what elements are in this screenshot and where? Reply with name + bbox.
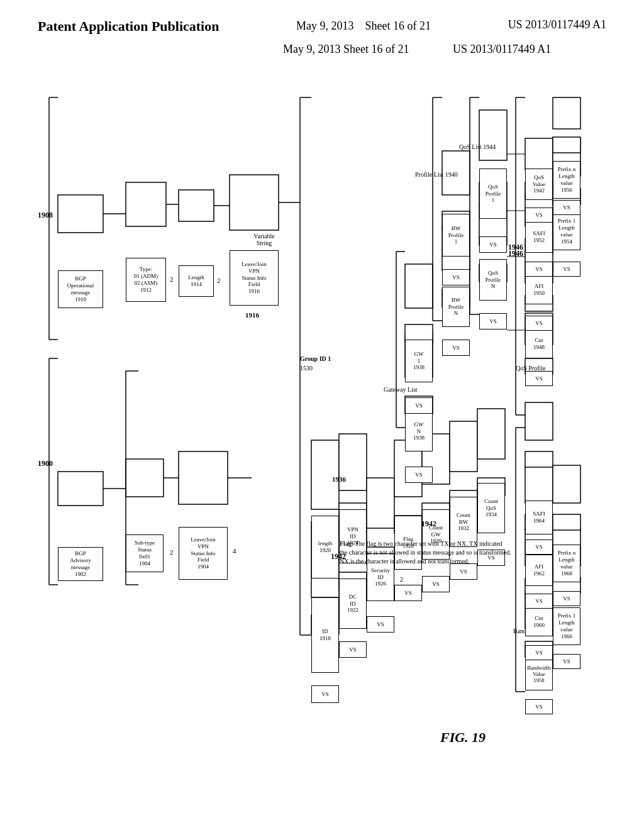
svg-rect-5 (126, 459, 164, 497)
box-1934: CountQoS1934 (477, 483, 505, 533)
label-gateway-list: Gateway List (384, 386, 418, 393)
vs-gw-n: VS (405, 467, 433, 483)
vs-1926: VS (367, 616, 394, 633)
label-1900: 1900 (38, 459, 53, 468)
vs-qos-n: VS (479, 313, 507, 329)
box-1922: DCID1922 (339, 578, 367, 629)
svg-rect-15 (58, 195, 103, 233)
sheet-display: Sheet 16 of 21 (343, 43, 409, 56)
val-flag-2: 2 (400, 576, 403, 583)
svg-rect-21 (230, 175, 279, 230)
box-1918: ID1918 (311, 597, 339, 673)
box-1916: Leave/JoinVPNStatus InfoField1916 (230, 250, 279, 306)
svg-rect-47 (405, 264, 433, 308)
box-cnt-1948: Cnt1948 (525, 329, 553, 358)
patent-number: US 2013/0117449 A1 (508, 18, 606, 32)
vs-bw-1: VS (442, 269, 470, 285)
svg-rect-85 (525, 465, 553, 503)
svg-rect-91 (553, 465, 580, 503)
label-1530: 1530 (300, 365, 313, 372)
box-1910: BGPOperationalmessage1910 (58, 270, 103, 308)
val-1904-2: 2 (170, 548, 174, 556)
label-1942-main: 1942 (331, 552, 346, 562)
svg-rect-32 (367, 478, 394, 528)
svg-rect-7 (179, 451, 228, 504)
box-1904-subtype: Sub-typeStatus0x011904 (126, 534, 164, 572)
box-qos-1-1944: QoSProfile1 (479, 169, 507, 219)
box-lj-1904: Leave/JoinVPNStatus InfoField1904 (179, 527, 228, 580)
box-safi-1952: SAFI1952 (525, 221, 553, 253)
vs-bw-n: VS (442, 340, 470, 356)
svg-rect-68 (525, 138, 553, 170)
val-1912-2: 2 (170, 275, 174, 283)
svg-rect-38 (450, 421, 477, 472)
box-prefix1-1954: Prefix 1Lengthvalue1954 (553, 213, 580, 250)
box-prefix1-1966: Prefix 1Lengthvalue1966 (553, 607, 580, 645)
vs-prefixn-1956: VS (553, 200, 580, 215)
svg-rect-92 (553, 514, 580, 530)
svg-rect-77 (553, 137, 580, 153)
label-1946-main: 1946 (508, 249, 523, 258)
box-bw-1-1940: BWProfile1 (442, 214, 470, 257)
label-1942: 1942 (421, 519, 436, 529)
svg-rect-3 (58, 472, 103, 506)
box-prefixn-1956: Prefix nLengthvalue1956 (553, 161, 580, 199)
box-cnt-1960: Cnt1960 (525, 607, 553, 636)
page-header: Patent Application Publication May 9, 20… (0, 0, 644, 36)
vs-qos-1: VS (479, 236, 507, 253)
pub-date-display: May 9, 2013 (283, 43, 341, 56)
label-profile-list-1940: Profile List 1940 (415, 171, 458, 178)
box-bw-n-1940: BWProfileN (442, 287, 470, 327)
svg-rect-88 (525, 451, 553, 467)
box-safi-1964: SAFI1964 (525, 501, 553, 534)
label-group-id1: Group ID 1 (300, 355, 331, 362)
flag-note: Flag: The flag is two character set with… (340, 540, 516, 566)
publication-title: Patent Application Publication (38, 18, 219, 36)
vs-prefix1-1954: VS (553, 262, 580, 277)
box-1914: Length1914 (179, 265, 214, 297)
box-prefixn-1968: Prefix nLengthvalue1968 (553, 545, 580, 582)
box-qos-n-1944: QoSProfileN (479, 259, 507, 301)
val-4: 4 (233, 547, 236, 555)
vs-cnt-1948: VS (525, 371, 553, 386)
var-string-label: VariableString (245, 233, 283, 246)
svg-rect-17 (126, 182, 166, 226)
box-gw-1-1938: GW11938 (405, 340, 433, 382)
vs-safi-1952: VS (525, 262, 553, 277)
svg-rect-27 (311, 440, 339, 509)
box-gw-n-1938: GWN1938 (405, 411, 433, 451)
vs-prefixn-1968: VS (553, 591, 580, 606)
vs-qos-val: VS (525, 208, 553, 223)
patent-num-display: US 2013/0117449 A1 (453, 43, 551, 56)
vs-prefix1-1966: VS (553, 654, 580, 669)
vs-afi-1962: VS (525, 594, 553, 609)
svg-rect-87 (525, 402, 553, 440)
svg-rect-76 (553, 97, 580, 129)
vs-1922: VS (339, 641, 367, 658)
sheet-info: Sheet 16 of 21 (365, 19, 431, 32)
vs-1928: VS (394, 585, 422, 601)
box-qos-val-1942: QoSValue1942 (525, 169, 553, 200)
box-1912: Type:01 (ADM)02 (ASM)1912 (126, 258, 166, 302)
box-afi-1950: AFI1950 (525, 275, 553, 304)
pub-date: May 9, 2013 (296, 19, 354, 32)
box-1920: length1920 (311, 516, 339, 578)
label-qos-list-1944: QoS List 1944 (459, 143, 496, 150)
vs-afi-1950: VS (525, 316, 553, 331)
svg-rect-61 (479, 110, 507, 160)
vs-1918: VS (311, 685, 339, 703)
label-1908: 1908 (38, 211, 53, 220)
box-1902: BGPAdvisorymessage1902 (58, 547, 103, 581)
box-afi-1962: AFI1962 (525, 555, 553, 586)
box-bw-val-1958: BandwidthValue1958 (525, 658, 553, 690)
date-sheet: May 9, 2013 Sheet 16 of 21 (296, 18, 431, 35)
figure-label: FIG. 19 (440, 729, 486, 746)
svg-rect-40 (477, 409, 505, 459)
label-1916-right: 1916 (245, 311, 259, 319)
vs-cnt-1960: VS (525, 645, 553, 660)
vs-bw-val: VS (525, 699, 553, 714)
label-1936: 1936 (332, 475, 346, 483)
vs-1930: VS (422, 576, 450, 592)
vs-gw-1: VS (405, 397, 433, 414)
vs-safi-1964: VS (525, 540, 553, 555)
